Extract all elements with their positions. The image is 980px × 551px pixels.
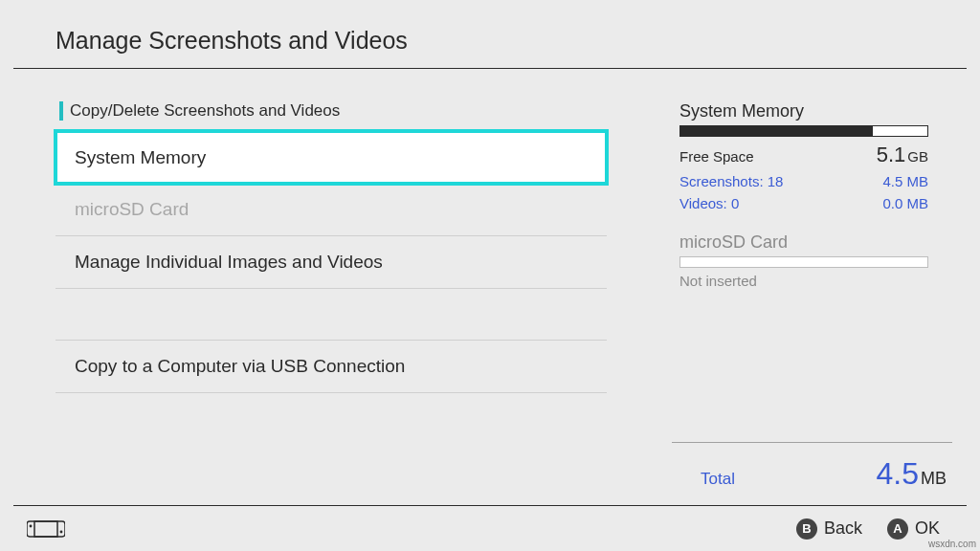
- screenshots-row: Screenshots: 18 4.5 MB: [679, 173, 928, 189]
- section-heading: Copy/Delete Screenshots and Videos: [56, 101, 607, 121]
- system-memory-bar: [679, 125, 928, 137]
- menu-item-label: Manage Individual Images and Videos: [75, 252, 383, 273]
- videos-label: Videos: 0: [679, 195, 739, 211]
- info-system-memory-title: System Memory: [679, 101, 928, 121]
- b-button-icon: B: [796, 518, 817, 540]
- menu-column: Copy/Delete Screenshots and Videos Syste…: [56, 101, 607, 393]
- microsd-status: Not inserted: [679, 273, 928, 289]
- screenshots-label: Screenshots: 18: [679, 173, 783, 189]
- total-label: Total: [701, 470, 735, 489]
- svg-point-3: [60, 530, 63, 533]
- heading-accent-bar: [59, 101, 63, 121]
- total-box: Total 4.5MB: [672, 442, 952, 492]
- microsd-bar: [679, 256, 928, 268]
- menu-item-manage-individual[interactable]: Manage Individual Images and Videos: [56, 236, 607, 289]
- watermark: wsxdn.com: [928, 539, 976, 549]
- videos-row: Videos: 0 0.0 MB: [679, 195, 928, 211]
- page-title: Manage Screenshots and Videos: [56, 27, 980, 55]
- free-space-label: Free Space: [679, 148, 754, 165]
- controller-icon: [27, 519, 65, 539]
- hint-back-label: Back: [824, 518, 862, 539]
- menu-item-label: System Memory: [75, 147, 206, 168]
- microsd-section: microSD Card Not inserted: [679, 232, 928, 289]
- free-space-value: 5.1GB: [877, 143, 928, 167]
- total-unit: MB: [921, 469, 947, 488]
- menu-item-system-memory[interactable]: System Memory: [56, 131, 607, 184]
- videos-size: 0.0 MB: [882, 195, 928, 211]
- menu-item-microsd: microSD Card: [56, 184, 607, 236]
- hint-ok-label: OK: [915, 518, 940, 539]
- svg-point-2: [30, 524, 33, 527]
- menu-item-copy-usb[interactable]: Copy to a Computer via USB Connection: [56, 341, 607, 393]
- header: Manage Screenshots and Videos: [0, 0, 980, 68]
- total-value-wrap: 4.5MB: [877, 456, 947, 492]
- free-space-row: Free Space 5.1GB: [679, 143, 928, 167]
- screenshots-size: 4.5 MB: [882, 173, 928, 189]
- svg-rect-1: [34, 521, 57, 537]
- footer: B Back A OK: [13, 505, 967, 551]
- content: Copy/Delete Screenshots and Videos Syste…: [0, 69, 980, 393]
- menu-item-label: Copy to a Computer via USB Connection: [75, 356, 405, 377]
- a-button-icon: A: [887, 518, 908, 540]
- svg-rect-0: [27, 521, 65, 537]
- hint-back[interactable]: B Back: [796, 518, 862, 540]
- microsd-title: microSD Card: [679, 232, 928, 253]
- menu-item-label: microSD Card: [75, 199, 189, 220]
- system-memory-bar-fill: [680, 126, 873, 136]
- section-heading-label: Copy/Delete Screenshots and Videos: [70, 101, 340, 121]
- menu-spacer: [56, 289, 607, 341]
- footer-hints: B Back A OK: [796, 518, 940, 540]
- total-value: 4.5: [877, 456, 919, 491]
- info-panel: System Memory Free Space 5.1GB Screensho…: [679, 101, 928, 393]
- hint-ok[interactable]: A OK: [887, 518, 940, 540]
